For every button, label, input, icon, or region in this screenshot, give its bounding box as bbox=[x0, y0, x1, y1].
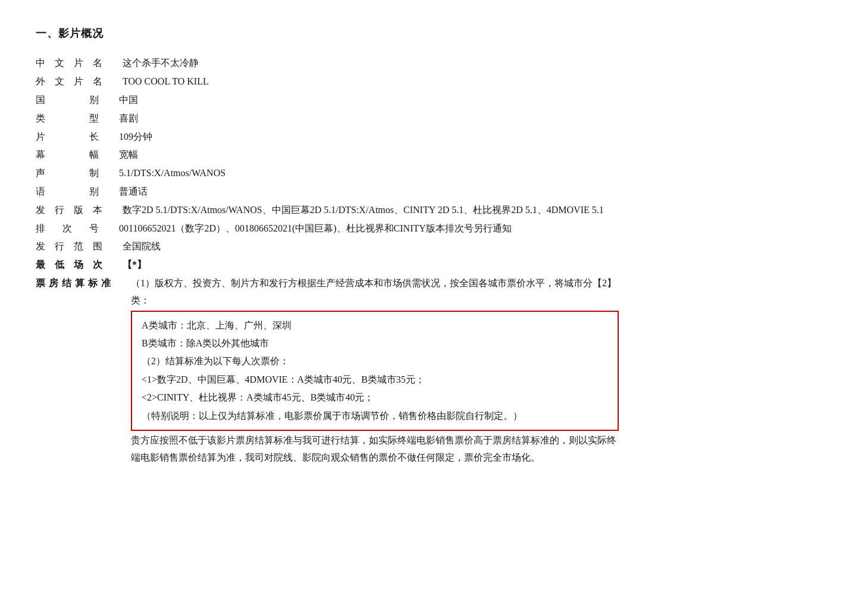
label-country: 国 别 bbox=[36, 92, 107, 109]
value-chinese-name: 这个杀手不太冷静 bbox=[123, 55, 813, 72]
value-order-number: 001106652021（数字2D）、001806652021(中国巨幕)、杜比… bbox=[119, 220, 607, 237]
label-order-number: 排 次 号 bbox=[36, 220, 107, 237]
field-length: 片 长 109分钟 bbox=[36, 129, 813, 146]
field-distribution: 发 行 范 围 全国院线 bbox=[36, 238, 813, 255]
label-chinese-name: 中 文 片 名 bbox=[36, 55, 111, 72]
value-sound: 5.1/DTS:X/Atmos/WANOS bbox=[119, 165, 813, 182]
page-container: 一、影片概况 中 文 片 名 这个杀手不太冷静 外 文 片 名 TOO COOL… bbox=[36, 24, 813, 466]
value-language: 普通话 bbox=[119, 183, 813, 201]
field-order-number: 排 次 号 001106652021（数字2D）、001806652021(中国… bbox=[36, 220, 813, 237]
field-foreign-name: 外 文 片 名 TOO COOL TO KILL bbox=[36, 73, 813, 90]
field-type: 类 型 喜剧 bbox=[36, 110, 813, 127]
label-sound: 声 制 bbox=[36, 165, 107, 182]
field-chinese-name: 中 文 片 名 这个杀手不太冷静 bbox=[36, 55, 813, 72]
highlight-line-3: （2）结算标准为以下每人次票价： bbox=[142, 352, 608, 370]
highlight-line-1: A类城市：北京、上海、广州、深圳 bbox=[142, 317, 608, 334]
label-min-show: 最 低 场 次 bbox=[36, 257, 111, 274]
value-min-show: 【*】 bbox=[123, 257, 813, 274]
value-length: 109分钟 bbox=[119, 129, 813, 146]
value-version: 数字2D 5.1/DTS:X/Atmos/WANOS、中国巨幕2D 5.1/DT… bbox=[123, 202, 610, 219]
settlement-footer: 贵方应按照不低于该影片票房结算标准与我可进行结算，如实际终端电影销售票价高于票房… bbox=[131, 432, 619, 467]
field-version: 发 行 版 本 数字2D 5.1/DTS:X/Atmos/WANOS、中国巨幕2… bbox=[36, 202, 813, 219]
highlight-line-6: （特别说明：以上仅为结算标准，电影票价属于市场调节价，销售价格由影院自行制定。） bbox=[142, 407, 608, 425]
label-foreign-name: 外 文 片 名 bbox=[36, 73, 111, 90]
label-distribution: 发 行 范 围 bbox=[36, 238, 111, 255]
section-title: 一、影片概况 bbox=[36, 24, 813, 43]
value-country: 中国 bbox=[119, 92, 813, 109]
label-version: 发 行 版 本 bbox=[36, 202, 111, 219]
label-screen: 幕 幅 bbox=[36, 146, 107, 164]
field-country: 国 别 中国 bbox=[36, 92, 813, 109]
field-language: 语 别 普通话 bbox=[36, 183, 813, 201]
field-settlement: 票房结算标准 （1）版权方、投资方、制片方和发行方根据生产经营成本和市场供需状况… bbox=[36, 275, 813, 467]
value-type: 喜剧 bbox=[119, 110, 813, 127]
settlement-highlighted-box: A类城市：北京、上海、广州、深圳 B类城市：除A类以外其他城市 （2）结算标准为… bbox=[131, 311, 619, 431]
value-screen: 宽幅 bbox=[119, 146, 813, 164]
field-sound: 声 制 5.1/DTS:X/Atmos/WANOS bbox=[36, 165, 813, 182]
highlight-line-2: B类城市：除A类以外其他城市 bbox=[142, 334, 608, 352]
value-distribution: 全国院线 bbox=[123, 238, 813, 255]
label-settlement: 票房结算标准 bbox=[36, 275, 119, 292]
label-length: 片 长 bbox=[36, 129, 107, 146]
label-type: 类 型 bbox=[36, 110, 107, 127]
settlement-intro: （1）版权方、投资方、制片方和发行方根据生产经营成本和市场供需状况，按全国各城市… bbox=[131, 278, 616, 305]
label-language: 语 别 bbox=[36, 183, 107, 201]
field-min-show: 最 低 场 次 【*】 bbox=[36, 257, 813, 274]
field-screen: 幕 幅 宽幅 bbox=[36, 146, 813, 164]
highlight-line-5: <2>CINITY、杜比视界：A类城市45元、B类城市40元； bbox=[142, 389, 608, 407]
value-settlement: （1）版权方、投资方、制片方和发行方根据生产经营成本和市场供需状况，按全国各城市… bbox=[131, 275, 619, 467]
highlight-line-4: <1>数字2D、中国巨幕、4DMOVIE：A类城市40元、B类城市35元； bbox=[142, 371, 608, 389]
value-foreign-name: TOO COOL TO KILL bbox=[123, 73, 813, 90]
